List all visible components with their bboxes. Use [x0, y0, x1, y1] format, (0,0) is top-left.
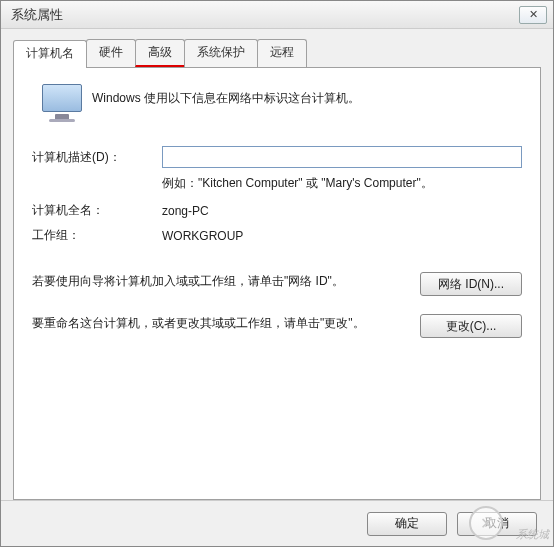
tab-hardware[interactable]: 硬件: [86, 39, 136, 67]
description-input[interactable]: [162, 146, 522, 168]
system-properties-window: 系统属性 ✕ 计算机名 硬件 高级 系统保护 远程 Windows 使用以下信息…: [0, 0, 554, 547]
intro-row: Windows 使用以下信息在网络中标识这台计算机。: [32, 84, 522, 122]
close-button[interactable]: ✕: [519, 6, 547, 24]
workgroup-row: 工作组： WORKGROUP: [32, 227, 522, 244]
ok-button[interactable]: 确定: [367, 512, 447, 536]
description-example: 例如："Kitchen Computer" 或 "Mary's Computer…: [162, 174, 522, 192]
window-title: 系统属性: [7, 6, 519, 24]
workgroup-label: 工作组：: [32, 227, 162, 244]
tab-advanced[interactable]: 高级: [135, 39, 185, 67]
intro-text: Windows 使用以下信息在网络中标识这台计算机。: [92, 84, 522, 107]
fullname-label: 计算机全名：: [32, 202, 162, 219]
change-button[interactable]: 更改(C)...: [420, 314, 522, 338]
network-id-row: 若要使用向导将计算机加入域或工作组，请单击"网络 ID"。 网络 ID(N)..…: [32, 272, 522, 296]
fullname-row: 计算机全名： zong-PC: [32, 202, 522, 219]
fullname-value: zong-PC: [162, 204, 522, 218]
tab-computer-name[interactable]: 计算机名: [13, 40, 87, 68]
computer-icon: [32, 84, 92, 122]
tab-strip: 计算机名 硬件 高级 系统保护 远程: [13, 39, 541, 67]
change-text: 要重命名这台计算机，或者更改其域或工作组，请单击"更改"。: [32, 314, 420, 333]
workgroup-value: WORKGROUP: [162, 229, 522, 243]
change-row: 要重命名这台计算机，或者更改其域或工作组，请单击"更改"。 更改(C)...: [32, 314, 522, 338]
dialog-footer: 确定 取消 ✕ 系统城: [1, 500, 553, 546]
tab-system-protection[interactable]: 系统保护: [184, 39, 258, 67]
content-area: 计算机名 硬件 高级 系统保护 远程 Windows 使用以下信息在网络中标识这…: [1, 29, 553, 500]
titlebar: 系统属性 ✕: [1, 1, 553, 29]
cancel-button[interactable]: 取消: [457, 512, 537, 536]
description-row: 计算机描述(D)：: [32, 146, 522, 168]
tab-panel-computer-name: Windows 使用以下信息在网络中标识这台计算机。 计算机描述(D)： 例如：…: [13, 67, 541, 500]
tab-remote[interactable]: 远程: [257, 39, 307, 67]
network-id-button[interactable]: 网络 ID(N)...: [420, 272, 522, 296]
network-id-text: 若要使用向导将计算机加入域或工作组，请单击"网络 ID"。: [32, 272, 420, 291]
description-label: 计算机描述(D)：: [32, 149, 162, 166]
